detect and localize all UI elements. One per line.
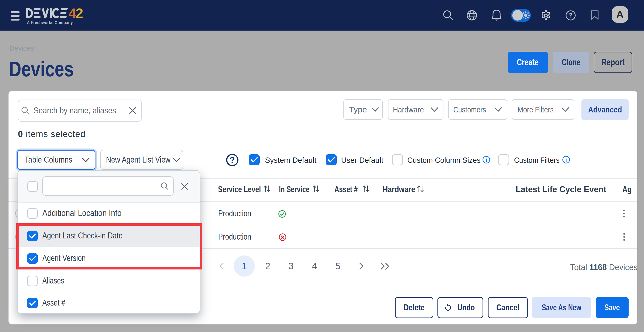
svg-text:4: 4	[68, 8, 76, 18]
svg-text:?: ?	[230, 155, 235, 164]
svg-text:2: 2	[76, 8, 83, 18]
svg-text:?: ?	[569, 12, 573, 19]
